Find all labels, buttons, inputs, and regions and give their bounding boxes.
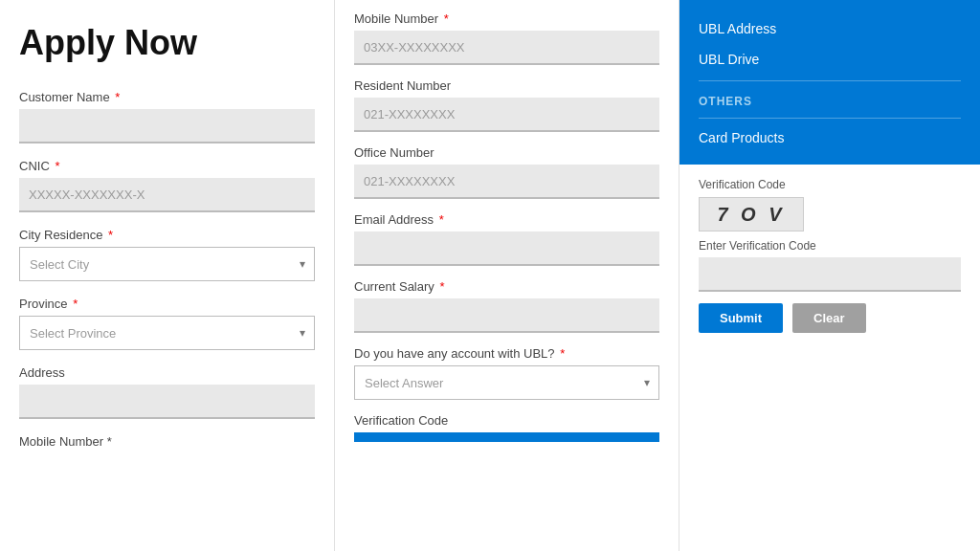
address-input[interactable] xyxy=(19,385,315,419)
nav-item-ubl-address[interactable]: UBL Address xyxy=(699,13,961,44)
verification-code-label: Verification Code xyxy=(699,178,961,191)
ubl-account-label: Do you have any account with UBL? * xyxy=(354,346,659,361)
province-select[interactable]: Select Province xyxy=(19,316,315,350)
middle-column: Mobile Number * Resident Number Office N… xyxy=(335,0,679,551)
action-area: Verification Code 7 O V Enter Verificati… xyxy=(679,165,980,346)
customer-name-group: Customer Name * xyxy=(19,90,315,143)
cnic-label: CNIC * xyxy=(19,159,315,173)
mobile-number-input[interactable] xyxy=(354,31,659,65)
salary-label: Current Salary * xyxy=(354,279,659,294)
clear-button[interactable]: Clear xyxy=(792,303,866,333)
enter-verification-label: Enter Verification Code xyxy=(699,239,961,253)
captcha-image: 7 O V xyxy=(699,197,804,231)
nav-divider xyxy=(699,80,961,81)
ubl-account-select-wrapper: Select Answer Yes No xyxy=(354,365,659,400)
verification-bar xyxy=(354,432,659,442)
province-group: Province * Select Province xyxy=(19,297,315,350)
resident-number-input[interactable] xyxy=(354,98,659,132)
office-number-group: Office Number xyxy=(354,145,659,199)
middle-verification-group: Verification Code xyxy=(354,413,659,442)
city-residence-label: City Residence * xyxy=(19,228,315,242)
resident-number-group: Resident Number xyxy=(354,78,659,132)
city-select[interactable]: Select City xyxy=(19,247,315,281)
mobile-number-bottom-group: Mobile Number * xyxy=(19,434,315,449)
verification-code-input[interactable] xyxy=(699,257,961,292)
submit-button[interactable]: Submit xyxy=(699,303,783,333)
ubl-account-group: Do you have any account with UBL? * Sele… xyxy=(354,346,659,400)
resident-number-label: Resident Number xyxy=(354,78,659,93)
email-label: Email Address * xyxy=(354,212,659,227)
right-column: UBL Address UBL Drive OTHERS Card Produc… xyxy=(679,0,980,551)
address-group: Address xyxy=(19,365,315,419)
middle-verification-label: Verification Code xyxy=(354,413,659,428)
city-select-wrapper: Select City xyxy=(19,247,315,281)
nav-divider-2 xyxy=(699,118,961,119)
province-label: Province * xyxy=(19,297,315,311)
office-number-input[interactable] xyxy=(354,165,659,199)
cnic-input[interactable] xyxy=(19,178,315,212)
nav-item-ubl-drive[interactable]: UBL Drive xyxy=(699,44,961,75)
page-title: Apply Now xyxy=(19,23,315,63)
customer-name-input[interactable] xyxy=(19,109,315,143)
mobile-number-bottom-label: Mobile Number * xyxy=(19,434,315,449)
left-column: Apply Now Customer Name * CNIC * City Re… xyxy=(0,0,335,551)
others-section-label: OTHERS xyxy=(699,87,961,112)
salary-input[interactable] xyxy=(354,298,659,333)
customer-name-label: Customer Name * xyxy=(19,90,315,104)
action-buttons: Submit Clear xyxy=(699,303,961,333)
ubl-account-select[interactable]: Select Answer Yes No xyxy=(354,365,659,400)
city-residence-group: City Residence * Select City xyxy=(19,228,315,281)
province-select-wrapper: Select Province xyxy=(19,316,315,350)
salary-group: Current Salary * xyxy=(354,279,659,333)
address-label: Address xyxy=(19,365,315,380)
nav-panel: UBL Address UBL Drive OTHERS Card Produc… xyxy=(679,0,980,165)
nav-item-card-products[interactable]: Card Products xyxy=(699,124,961,151)
mobile-number-group: Mobile Number * xyxy=(354,11,659,65)
email-input[interactable] xyxy=(354,231,659,266)
email-group: Email Address * xyxy=(354,212,659,266)
cnic-group: CNIC * xyxy=(19,159,315,212)
mobile-number-label: Mobile Number * xyxy=(354,11,659,26)
office-number-label: Office Number xyxy=(354,145,659,160)
